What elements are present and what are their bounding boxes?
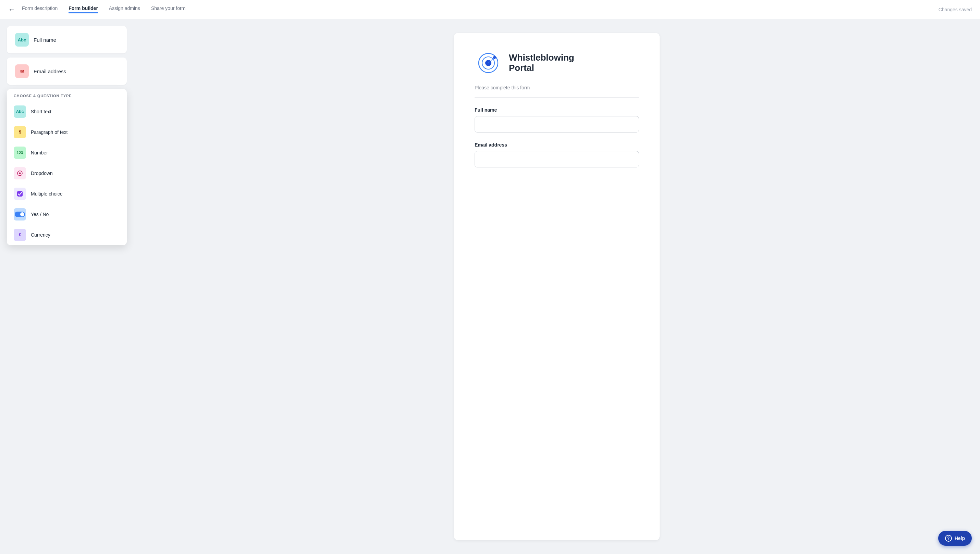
help-button[interactable]: ? Help [938, 531, 972, 546]
yes-no-label: Yes / No [31, 212, 49, 217]
form-logo [474, 49, 502, 77]
dropdown-item-number[interactable]: 123 Number [7, 142, 127, 163]
dropdown-label: Dropdown [31, 170, 53, 176]
svg-point-4 [20, 212, 24, 217]
preview-email-input[interactable] [474, 151, 639, 167]
number-label: Number [31, 150, 48, 156]
short-text-icon: Abc [14, 105, 26, 118]
short-text-label: Short text [31, 109, 51, 115]
yes-no-icon [14, 208, 26, 221]
top-navigation: ← Form description Form builder Assign a… [0, 0, 980, 19]
preview-full-name-label: Full name [474, 107, 639, 113]
dropdown-item-dropdown[interactable]: Dropdown [7, 163, 127, 183]
left-panel: Abc Full name ✉ Email address CHOOSE A Q… [0, 19, 134, 554]
tab-share-your-form[interactable]: Share your form [151, 5, 185, 13]
dropdown-item-currency[interactable]: £ Currency [7, 224, 127, 245]
form-field-group-full-name: Full name [474, 107, 639, 132]
currency-label: Currency [31, 232, 50, 238]
help-icon: ? [945, 535, 952, 542]
dropdown-scroll[interactable]: Abc Short text ¶ Paragraph of text 123 N… [7, 101, 127, 245]
currency-icon: £ [14, 229, 26, 241]
multiple-choice-label: Multiple choice [31, 191, 63, 197]
dropdown-item-short-text[interactable]: Abc Short text [7, 101, 127, 122]
form-logo-area: Whistleblowing Portal [474, 49, 639, 77]
dropdown-item-paragraph[interactable]: ¶ Paragraph of text [7, 122, 127, 142]
back-icon: ← [8, 5, 15, 13]
email-icon: ✉ [15, 64, 29, 78]
paragraph-label: Paragraph of text [31, 129, 67, 135]
field-card-email-address[interactable]: ✉ Email address [7, 57, 127, 85]
multiple-choice-icon [14, 188, 26, 200]
form-preview: Whistleblowing Portal Please complete th… [454, 33, 659, 540]
preview-email-label: Email address [474, 142, 639, 148]
dropdown-header: CHOOSE A QUESTION TYPE [7, 89, 127, 101]
paragraph-icon: ¶ [14, 126, 26, 138]
nav-tabs: Form description Form builder Assign adm… [22, 5, 939, 13]
email-label: Email address [34, 68, 66, 74]
svg-point-1 [19, 173, 21, 174]
form-field-group-email: Email address [474, 142, 639, 167]
field-card-full-name[interactable]: Abc Full name [7, 26, 127, 53]
question-type-dropdown: CHOOSE A QUESTION TYPE Abc Short text ¶ … [7, 89, 127, 245]
full-name-icon: Abc [15, 33, 29, 46]
main-layout: Abc Full name ✉ Email address CHOOSE A Q… [0, 19, 980, 554]
tab-assign-admins[interactable]: Assign admins [109, 5, 140, 13]
form-title: Whistleblowing Portal [509, 53, 574, 73]
save-status: Changes saved [939, 7, 972, 12]
right-panel: Whistleblowing Portal Please complete th… [134, 19, 980, 554]
form-subtitle: Please complete this form [474, 85, 639, 91]
number-icon: 123 [14, 146, 26, 159]
dropdown-item-multiple-choice[interactable]: Multiple choice [7, 183, 127, 204]
help-label: Help [954, 535, 965, 541]
tab-form-description[interactable]: Form description [22, 5, 57, 13]
back-button[interactable]: ← [8, 5, 15, 13]
full-name-label: Full name [34, 37, 56, 43]
dropdown-item-yes-no[interactable]: Yes / No [7, 204, 127, 224]
dropdown-icon [14, 167, 26, 180]
preview-full-name-input[interactable] [474, 116, 639, 132]
tab-form-builder[interactable]: Form builder [69, 5, 98, 13]
